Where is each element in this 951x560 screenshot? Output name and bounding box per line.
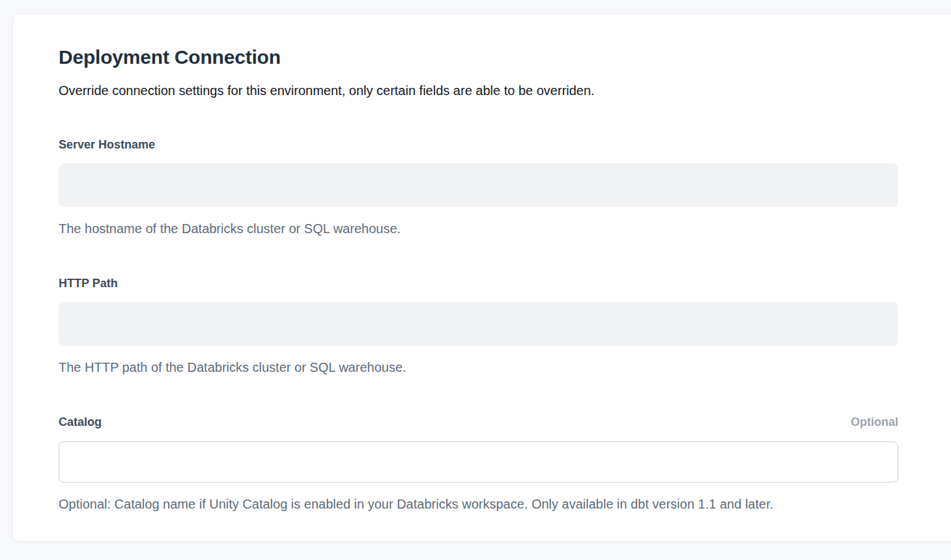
deployment-connection-card: Deployment Connection Override connectio… — [12, 14, 951, 542]
page-title: Deployment Connection — [59, 46, 898, 69]
page-background: Deployment Connection Override connectio… — [0, 0, 951, 560]
catalog-label: Catalog — [59, 414, 102, 430]
field-group-server-hostname: Server Hostname The hostname of the Data… — [59, 137, 898, 237]
http-path-label: HTTP Path — [59, 275, 118, 291]
catalog-help: Optional: Catalog name if Unity Catalog … — [59, 496, 898, 512]
http-path-help: The HTTP path of the Databricks cluster … — [59, 359, 898, 376]
catalog-input[interactable] — [59, 441, 898, 483]
page-subtitle: Override connection settings for this en… — [59, 83, 898, 99]
server-hostname-help: The hostname of the Databricks cluster o… — [59, 221, 898, 237]
http-path-input — [59, 302, 898, 346]
server-hostname-label: Server Hostname — [59, 137, 155, 152]
server-hostname-input — [59, 163, 898, 207]
field-group-http-path: HTTP Path The HTTP path of the Databrick… — [59, 275, 898, 376]
catalog-optional-badge: Optional — [851, 414, 898, 430]
field-group-catalog: Catalog Optional Optional: Catalog name … — [59, 414, 898, 512]
